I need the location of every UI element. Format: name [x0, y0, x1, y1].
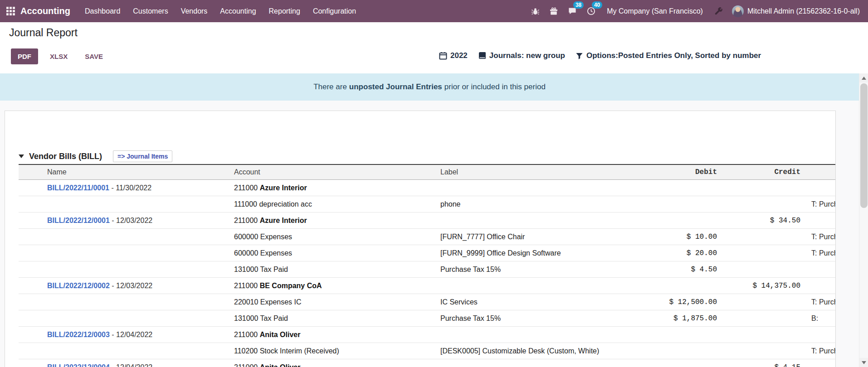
scroll-down-button[interactable] — [859, 358, 868, 367]
table-row: 131000 Tax Paid Purchase Tax 15% $ 1,875… — [19, 310, 836, 327]
journal-entry-link[interactable]: BILL/2022/12/0004 — [47, 363, 110, 367]
user-menu[interactable]: Mitchell Admin (21562362-16-0-all) — [728, 5, 863, 17]
col-header-account: Account — [234, 168, 440, 176]
debug-button[interactable] — [526, 0, 545, 22]
filter-journals[interactable]: Journals: new group — [478, 51, 565, 60]
tools-button[interactable] — [709, 0, 728, 22]
cell-name: BILL/2022/11/0001 - 11/30/2022 — [47, 184, 234, 192]
cell-account: 131000 Tax Paid — [234, 266, 440, 274]
chevron-down-icon[interactable] — [19, 155, 24, 158]
table-row: 600000 Expenses [FURN_7777] Office Chair… — [19, 229, 836, 245]
table-row: 111000 depreciation acc phone T: Purcha — [19, 196, 836, 212]
cell-tax-grid: B: — [811, 314, 836, 323]
alert-text-post: prior or included in this period — [444, 82, 546, 92]
menu-item-accounting[interactable]: Accounting — [214, 0, 262, 22]
user-name: Mitchell Admin (21562362-16-0-all) — [747, 7, 860, 15]
cell-account: 211000 Anita Oliver — [234, 363, 440, 367]
table-row: 131000 Tax Paid Purchase Tax 15% $ 4.50 — [19, 261, 836, 278]
table-row: BILL/2022/12/0003 - 12/04/2022 211000 An… — [19, 327, 836, 343]
section-title: Vendor Bills (BILL) — [29, 152, 102, 161]
account-code: 211000 — [234, 331, 260, 338]
table-row: BILL/2022/12/0001 - 12/03/2022 211000 Az… — [19, 212, 836, 229]
cell-account: 111000 depreciation acc — [234, 200, 440, 208]
pdf-button[interactable]: PDF — [11, 48, 38, 64]
vertical-scrollbar[interactable] — [859, 73, 868, 367]
account-code: 111000 depreciation acc — [234, 200, 312, 208]
scroll-up-button[interactable] — [859, 73, 868, 82]
account-code: 600000 Expenses — [234, 233, 292, 241]
journal-entry-link[interactable]: BILL/2022/12/0001 — [47, 217, 110, 224]
menu-item-dashboard[interactable]: Dashboard — [78, 0, 127, 22]
table-row: BILL/2022/11/0001 - 11/30/2022 211000 Az… — [19, 180, 836, 196]
cell-label: Purchase Tax 15% — [440, 314, 567, 323]
menu-item-customers[interactable]: Customers — [127, 0, 174, 22]
page-header: Journal Report PDF XLSX SAVE 2022 Journa… — [0, 22, 868, 73]
messages-button[interactable]: 38 — [563, 0, 582, 22]
table-row: 110200 Stock Interim (Received) [DESK000… — [19, 343, 836, 359]
journal-entry-link[interactable]: BILL/2022/12/0002 — [47, 282, 110, 290]
cell-label: [FURN_7777] Office Chair — [440, 233, 567, 241]
tools-icon — [714, 7, 723, 16]
bug-icon — [531, 7, 540, 15]
activities-button[interactable]: 40 — [582, 0, 600, 22]
journal-items-button[interactable]: => Journal Items — [113, 150, 172, 162]
account-code: 220010 Expenses IC — [234, 298, 302, 306]
filter-options[interactable]: Options:Posted Entries Only, Sorted by n… — [575, 51, 761, 60]
cell-credit: $ 14,375.00 — [717, 282, 800, 290]
menu-item-reporting[interactable]: Reporting — [263, 0, 307, 22]
cell-name: BILL/2022/12/0002 - 12/03/2022 — [47, 282, 234, 290]
calendar-icon — [439, 52, 447, 60]
app-name[interactable]: Accounting — [20, 6, 70, 16]
journal-entry-link[interactable]: BILL/2022/12/0003 — [47, 331, 110, 338]
account-code: 211000 — [234, 217, 260, 224]
cell-tax-grid: T: Purcha — [811, 233, 836, 241]
cell-account: 220010 Expenses IC — [234, 298, 440, 306]
scrollbar-thumb[interactable] — [860, 83, 868, 208]
journal-entry-link[interactable]: BILL/2022/11/0001 — [47, 184, 109, 192]
company-switcher[interactable]: My Company (San Francisco) — [600, 0, 709, 22]
report-scroll-region: There are unposted Journal Entries prior… — [0, 73, 868, 367]
apps-menu-button[interactable] — [6, 7, 15, 15]
filter-options-label: Options:Posted Entries Only, Sorted by n… — [586, 51, 761, 60]
cell-debit: $ 12,500.00 — [567, 298, 717, 306]
cell-label: IC Services — [440, 298, 567, 306]
account-code: 131000 Tax Paid — [234, 266, 288, 273]
entry-date: - 12/04/2022 — [110, 363, 152, 367]
menu-item-vendors[interactable]: Vendors — [175, 0, 214, 22]
entry-date: - 11/30/2022 — [109, 184, 151, 192]
cell-name: BILL/2022/12/0001 - 12/03/2022 — [47, 217, 234, 225]
account-partner: Azure Interior — [260, 217, 307, 224]
report-card: Vendor Bills (BILL) => Journal Items Nam… — [5, 111, 836, 367]
navbar-right: 38 40 My Company (San Francisco) Mitchel… — [526, 0, 868, 22]
filter-date[interactable]: 2022 — [439, 51, 468, 60]
arrow-up-icon — [862, 77, 866, 80]
account-code: 131000 Tax Paid — [234, 314, 288, 322]
cell-tax-grid: T: Purcha — [811, 347, 836, 355]
cell-account: 110200 Stock Interim (Received) — [234, 347, 440, 355]
entry-date: - 12/03/2022 — [110, 282, 152, 290]
account-code: 211000 — [234, 184, 260, 192]
report-filters: 2022 Journals: new group Options:Posted … — [439, 51, 761, 60]
cell-label: [DESK0005] Customizable Desk (Custom, Wh… — [440, 347, 567, 355]
page-title: Journal Report — [9, 27, 78, 39]
cell-label: Purchase Tax 15% — [440, 266, 567, 274]
gift-button[interactable] — [545, 0, 563, 22]
table-row: 220010 Expenses IC IC Services $ 12,500.… — [19, 294, 836, 310]
account-code: 110200 Stock Interim (Received) — [234, 347, 339, 355]
report-actions: PDF XLSX SAVE — [11, 48, 105, 64]
cell-debit: $ 20.00 — [567, 249, 717, 257]
save-button[interactable]: SAVE — [83, 48, 105, 64]
cell-account: 211000 Azure Interior — [234, 184, 440, 192]
account-partner: Azure Interior — [260, 184, 307, 192]
table-header-row: Name Account Label Debit Credit — [19, 164, 836, 180]
col-header-credit: Credit — [717, 168, 800, 176]
filter-date-label: 2022 — [450, 51, 468, 60]
journal-table: Name Account Label Debit Credit BILL/202… — [19, 164, 836, 367]
menu-item-configuration[interactable]: Configuration — [307, 0, 362, 22]
cell-name: BILL/2022/12/0004 - 12/04/2022 — [47, 363, 234, 367]
xlsx-button[interactable]: XLSX — [48, 48, 69, 64]
main-menu: Dashboard Customers Vendors Accounting R… — [78, 0, 362, 22]
activities-badge: 40 — [592, 1, 602, 9]
top-navbar: Accounting Dashboard Customers Vendors A… — [0, 0, 868, 22]
col-header-label: Label — [440, 168, 567, 176]
